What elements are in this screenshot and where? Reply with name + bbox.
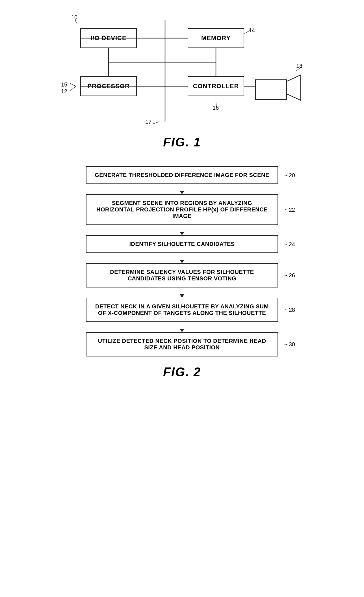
fig1-label: FIG. 1 xyxy=(163,135,201,149)
step-22-row: SEGMENT SCENE INTO REGIONS BY ANALYZING … xyxy=(69,194,295,225)
fig1-diagram: 10 I/O DEVICE MEMORY PROCESSOR CONTROLLE… xyxy=(55,11,309,130)
step-30-box: UTILIZE DETECTED NECK POSITION TO DETERM… xyxy=(86,332,278,356)
processor-label: PROCESSOR xyxy=(87,83,130,90)
ref-14-label: 14 xyxy=(249,27,255,34)
ref-30: ~ 30 xyxy=(284,341,295,348)
ref-17-label: 17 xyxy=(145,119,151,125)
ref-20-tick: ~ xyxy=(284,172,288,178)
arrow-1 xyxy=(182,184,183,194)
arrow-4 xyxy=(182,287,183,298)
ref-28: ~ 28 xyxy=(284,307,295,313)
step-26-row: DETERMINE SALIENCY VALUES FOR SILHOUETTE… xyxy=(69,263,295,287)
memory-box: MEMORY xyxy=(188,28,244,48)
fig2-label: FIG. 2 xyxy=(163,365,201,379)
ref-24: ~ 24 xyxy=(284,241,295,247)
step-22-box: SEGMENT SCENE INTO REGIONS BY ANALYZING … xyxy=(86,194,278,225)
step-20-box: GENERATE THRESHOLDED DIFFERENCE IMAGE FO… xyxy=(86,166,278,184)
ref-22-tick: ~ xyxy=(284,206,288,213)
step-20-text: GENERATE THRESHOLDED DIFFERENCE IMAGE FO… xyxy=(95,172,269,178)
io-device-label: I/O DEVICE xyxy=(90,34,126,42)
controller-box: CONTROLLER xyxy=(188,76,244,96)
ref-20: ~ 20 xyxy=(284,172,295,178)
processor-box: PROCESSOR xyxy=(80,76,137,96)
ref-10: 10 xyxy=(71,14,77,21)
step-20-row: GENERATE THRESHOLDED DIFFERENCE IMAGE FO… xyxy=(69,166,295,184)
ref-24-label: 24 xyxy=(289,241,295,247)
ref-18-label: 18 xyxy=(296,63,302,69)
step-28-row: DETECT NECK IN A GIVEN SILHOUETTE BY ANA… xyxy=(69,298,295,322)
svg-rect-9 xyxy=(255,80,287,100)
memory-label: MEMORY xyxy=(201,34,231,42)
ref-26: ~ 26 xyxy=(284,272,295,279)
ref-24-tick: ~ xyxy=(284,241,288,247)
ref-26-tick: ~ xyxy=(284,272,288,279)
step-30-text: UTILIZE DETECTED NECK POSITION TO DETERM… xyxy=(93,338,271,351)
ref-30-label: 30 xyxy=(289,341,295,348)
step-30-row: UTILIZE DETECTED NECK POSITION TO DETERM… xyxy=(69,332,295,356)
svg-marker-10 xyxy=(287,75,301,100)
ref-28-label: 28 xyxy=(289,307,295,313)
arrow-2 xyxy=(182,225,183,235)
step-24-box: IDENTIFY SILHOUETTE CANDIDATES xyxy=(86,235,278,253)
controller-label: CONTROLLER xyxy=(193,83,239,90)
fig2-diagram: GENERATE THRESHOLDED DIFFERENCE IMAGE FO… xyxy=(69,166,295,356)
arrow-3 xyxy=(182,253,183,263)
step-24-row: IDENTIFY SILHOUETTE CANDIDATES ~ 24 xyxy=(69,235,295,253)
ref-15-label: 15 xyxy=(61,81,67,88)
ref-16-label: 16 xyxy=(213,105,219,111)
step-24-text: IDENTIFY SILHOUETTE CANDIDATES xyxy=(129,241,235,247)
ref-26-label: 26 xyxy=(289,272,295,279)
ref-28-tick: ~ xyxy=(284,307,288,313)
ref-22-label: 22 xyxy=(289,206,295,213)
ref-22: ~ 22 xyxy=(284,206,295,213)
step-28-text: DETECT NECK IN A GIVEN SILHOUETTE BY ANA… xyxy=(93,303,271,316)
ref-12-label: 12 xyxy=(61,88,67,95)
step-22-text: SEGMENT SCENE INTO REGIONS BY ANALYZING … xyxy=(93,200,271,219)
fig1-section: 10 I/O DEVICE MEMORY PROCESSOR CONTROLLE… xyxy=(0,0,364,158)
step-28-box: DETECT NECK IN A GIVEN SILHOUETTE BY ANA… xyxy=(86,298,278,322)
io-device-box: I/O DEVICE xyxy=(80,28,137,48)
arrow-5 xyxy=(182,322,183,332)
ref-30-tick: ~ xyxy=(284,341,288,348)
step-26-text: DETERMINE SALIENCY VALUES FOR SILHOUETTE… xyxy=(93,269,271,282)
page: 10 I/O DEVICE MEMORY PROCESSOR CONTROLLE… xyxy=(0,0,364,597)
ref-20-label: 20 xyxy=(289,172,295,178)
step-26-box: DETERMINE SALIENCY VALUES FOR SILHOUETTE… xyxy=(86,263,278,287)
fig2-section: GENERATE THRESHOLDED DIFFERENCE IMAGE FO… xyxy=(0,161,364,388)
